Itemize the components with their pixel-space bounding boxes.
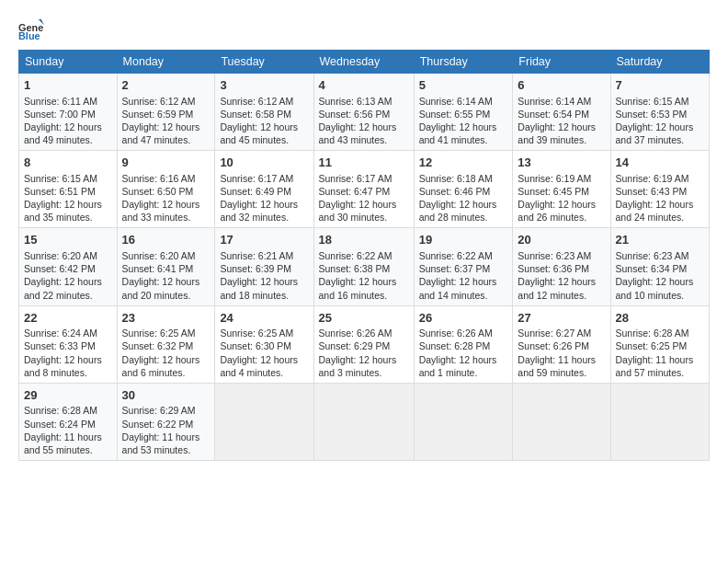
day-info-line: Daylight: 12 hours (419, 121, 508, 133)
calendar-cell (215, 383, 313, 460)
calendar-cell: 20Sunrise: 6:23 AMSunset: 6:36 PMDayligh… (513, 228, 610, 305)
calendar-cell: 9Sunrise: 6:16 AMSunset: 6:50 PMDaylight… (117, 151, 215, 228)
day-number: 14 (616, 155, 704, 171)
day-info-line: Daylight: 12 hours (24, 198, 112, 211)
day-info-line: Sunrise: 6:22 AM (419, 249, 508, 262)
day-info-line: Daylight: 12 hours (122, 121, 210, 133)
day-info-line: Daylight: 11 hours (122, 431, 210, 443)
day-info-line: Daylight: 12 hours (419, 198, 508, 211)
day-info-line: and 8 minutes. (24, 366, 112, 379)
day-info-line: Sunset: 6:28 PM (419, 339, 508, 352)
day-info-line: Sunset: 6:30 PM (220, 339, 308, 352)
day-number: 13 (518, 155, 605, 171)
day-info-line: Sunset: 6:29 PM (319, 339, 409, 352)
calendar-cell: 7Sunrise: 6:15 AMSunset: 6:53 PMDaylight… (610, 74, 709, 151)
day-info-line: Sunrise: 6:18 AM (419, 172, 508, 185)
day-info-line: Sunset: 6:32 PM (122, 339, 210, 352)
day-info-line: and 24 minutes. (616, 211, 704, 224)
day-info-line: Sunrise: 6:15 AM (24, 172, 112, 185)
day-number: 7 (616, 77, 704, 94)
day-number: 5 (419, 77, 508, 94)
calendar-cell: 8Sunrise: 6:15 AMSunset: 6:51 PMDaylight… (19, 151, 118, 228)
day-info-line: and 32 minutes. (220, 211, 308, 224)
svg-text:Blue: Blue (18, 30, 40, 41)
day-info-line: Daylight: 12 hours (319, 353, 409, 366)
day-info-line: Sunrise: 6:28 AM (616, 327, 704, 339)
weekday-header-wednesday: Wednesday (313, 51, 414, 74)
day-number: 27 (518, 310, 605, 327)
day-info-line: Sunrise: 6:12 AM (220, 95, 308, 108)
day-info-line: Sunrise: 6:28 AM (24, 404, 112, 417)
day-info-line: Sunset: 6:55 PM (419, 108, 508, 121)
calendar-cell: 11Sunrise: 6:17 AMSunset: 6:47 PMDayligh… (313, 151, 414, 228)
day-number: 17 (220, 232, 308, 248)
weekday-header-monday: Monday (117, 51, 215, 74)
day-info-line: Sunrise: 6:26 AM (319, 327, 409, 339)
day-info-line: Sunrise: 6:25 AM (220, 327, 308, 339)
day-number: 30 (122, 387, 210, 404)
day-info-line: and 18 minutes. (220, 289, 308, 302)
day-info-line: and 37 minutes. (616, 133, 704, 146)
day-info-line: Sunset: 6:49 PM (220, 185, 308, 198)
calendar-cell: 21Sunrise: 6:23 AMSunset: 6:34 PMDayligh… (610, 228, 709, 305)
day-info-line: Daylight: 12 hours (319, 121, 409, 133)
day-info-line: Sunrise: 6:13 AM (319, 95, 409, 108)
day-number: 18 (319, 232, 409, 248)
day-info-line: Sunset: 6:58 PM (220, 108, 308, 121)
day-info-line: Daylight: 12 hours (122, 275, 210, 288)
day-info-line: Sunrise: 6:21 AM (220, 249, 308, 262)
day-info-line: and 3 minutes. (319, 366, 409, 379)
day-info-line: Daylight: 12 hours (518, 275, 605, 288)
day-info-line: Daylight: 12 hours (220, 198, 308, 211)
day-number: 26 (419, 310, 508, 327)
day-info-line: Sunrise: 6:22 AM (319, 249, 409, 262)
day-info-line: and 57 minutes. (616, 366, 704, 379)
day-number: 23 (122, 310, 210, 327)
day-info-line: Sunrise: 6:29 AM (122, 404, 210, 417)
day-info-line: and 4 minutes. (220, 366, 308, 379)
day-info-line: and 12 minutes. (518, 289, 605, 302)
calendar-cell: 15Sunrise: 6:20 AMSunset: 6:42 PMDayligh… (19, 228, 118, 305)
day-info-line: and 20 minutes. (122, 289, 210, 302)
calendar-cell (313, 383, 414, 460)
day-info-line: Sunset: 6:38 PM (319, 262, 409, 275)
day-info-line: Sunset: 6:43 PM (616, 185, 704, 198)
day-info-line: Sunrise: 6:23 AM (616, 249, 704, 262)
calendar-cell: 30Sunrise: 6:29 AMSunset: 6:22 PMDayligh… (117, 383, 215, 460)
day-info-line: and 16 minutes. (319, 289, 409, 302)
calendar-cell (513, 383, 610, 460)
logo-icon: General Blue (18, 17, 44, 42)
day-number: 22 (24, 310, 112, 327)
day-number: 25 (319, 310, 409, 327)
day-info-line: Sunset: 6:34 PM (616, 262, 704, 275)
day-info-line: and 10 minutes. (616, 289, 704, 302)
day-info-line: Daylight: 12 hours (616, 121, 704, 133)
day-info-line: Sunrise: 6:25 AM (122, 327, 210, 339)
day-number: 8 (24, 155, 112, 171)
day-number: 20 (518, 232, 605, 248)
calendar-cell: 2Sunrise: 6:12 AMSunset: 6:59 PMDaylight… (117, 74, 215, 151)
day-number: 10 (220, 155, 308, 171)
day-info-line: Sunrise: 6:20 AM (24, 249, 112, 262)
day-info-line: Daylight: 12 hours (220, 353, 308, 366)
day-info-line: Sunset: 6:51 PM (24, 185, 112, 198)
day-info-line: Sunset: 6:54 PM (518, 108, 605, 121)
day-info-line: Daylight: 12 hours (24, 353, 112, 366)
day-info-line: Sunset: 6:59 PM (122, 108, 210, 121)
day-info-line: and 22 minutes. (24, 289, 112, 302)
day-info-line: Daylight: 12 hours (122, 353, 210, 366)
day-info-line: Daylight: 12 hours (616, 198, 704, 211)
day-info-line: Sunset: 6:39 PM (220, 262, 308, 275)
day-number: 1 (24, 77, 112, 94)
day-info-line: Daylight: 12 hours (319, 198, 409, 211)
day-info-line: and 35 minutes. (24, 211, 112, 224)
day-info-line: Daylight: 12 hours (518, 121, 605, 133)
day-info-line: Sunrise: 6:14 AM (419, 95, 508, 108)
calendar-cell: 12Sunrise: 6:18 AMSunset: 6:46 PMDayligh… (414, 151, 513, 228)
day-info-line: Sunset: 6:36 PM (518, 262, 605, 275)
day-info-line: Sunrise: 6:17 AM (220, 172, 308, 185)
day-number: 24 (220, 310, 308, 327)
day-info-line: and 45 minutes. (220, 133, 308, 146)
day-number: 29 (24, 387, 112, 404)
day-info-line: Daylight: 11 hours (518, 353, 605, 366)
